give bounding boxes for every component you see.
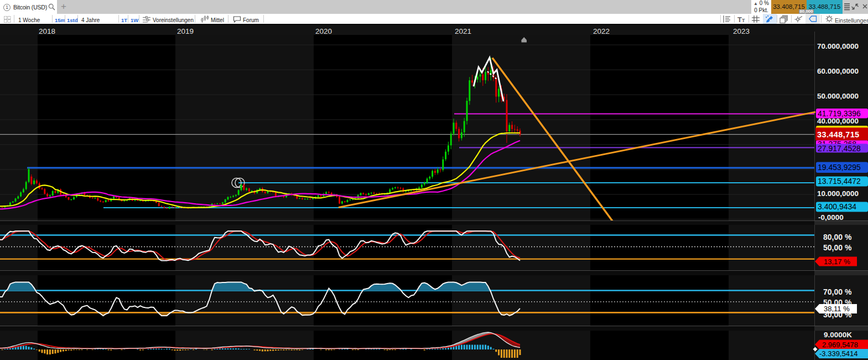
svg-text:13,17 %: 13,17 % bbox=[824, 258, 850, 266]
svg-text:10.000,0000: 10.000,0000 bbox=[817, 189, 859, 198]
svg-text:33.448,715: 33.448,715 bbox=[817, 130, 860, 139]
svg-text:2021: 2021 bbox=[455, 27, 471, 35]
svg-text:19.453,9295: 19.453,9295 bbox=[818, 163, 861, 172]
svg-text:-3.339,5414: -3.339,5414 bbox=[819, 349, 857, 358]
svg-text:2023: 2023 bbox=[733, 27, 750, 35]
svg-text:2022: 2022 bbox=[593, 27, 610, 35]
svg-text:60.000,0000: 60.000,0000 bbox=[817, 67, 859, 75]
svg-text:2020: 2020 bbox=[315, 27, 332, 35]
svg-text:27.917,4528: 27.917,4528 bbox=[818, 144, 861, 153]
svg-text:-0,0000: -0,0000 bbox=[818, 213, 844, 222]
svg-text:70.000,0000: 70.000,0000 bbox=[817, 42, 859, 50]
svg-text:9.0000K: 9.0000K bbox=[824, 331, 852, 339]
svg-text:70,00 %: 70,00 % bbox=[823, 287, 852, 296]
svg-text:38,11 %: 38,11 % bbox=[824, 305, 850, 313]
svg-text:13.715,4472: 13.715,4472 bbox=[818, 177, 861, 186]
svg-text:2.969,5478: 2.969,5478 bbox=[822, 341, 858, 349]
svg-text:50,00 %: 50,00 % bbox=[823, 243, 852, 252]
svg-text:2018: 2018 bbox=[39, 27, 55, 35]
svg-text:3.400,9434: 3.400,9434 bbox=[818, 202, 856, 211]
svg-text:2019: 2019 bbox=[177, 27, 194, 35]
svg-text:50.000,0000: 50.000,0000 bbox=[817, 92, 859, 100]
svg-text:41.719,3396: 41.719,3396 bbox=[818, 109, 861, 118]
svg-text:80,00 %: 80,00 % bbox=[823, 233, 852, 241]
